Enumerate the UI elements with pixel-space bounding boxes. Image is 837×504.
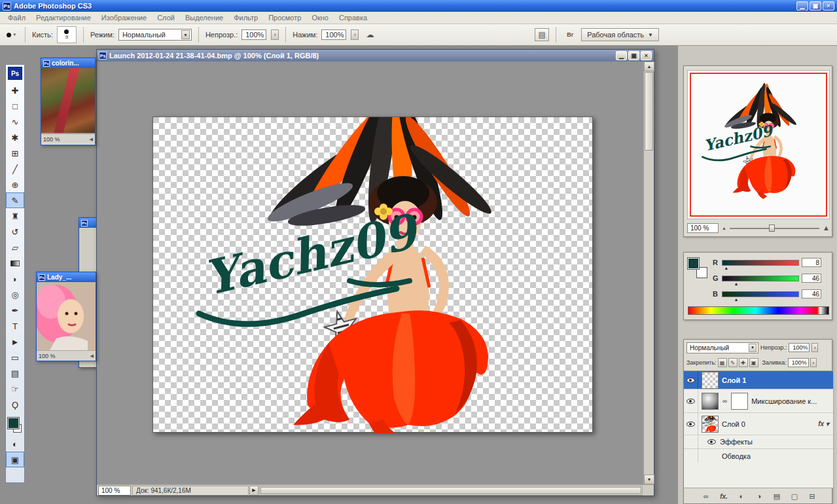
palette-well-icon[interactable]: ▤ (535, 28, 549, 41)
slider-marker-icon[interactable]: ▲ (734, 298, 738, 302)
doc-minimize-button[interactable]: ▁ (616, 51, 627, 60)
lock-all-icon[interactable]: ▣ (749, 358, 758, 367)
layer-opacity-input[interactable]: 100% (789, 343, 810, 352)
dodge-tool[interactable]: ◎ (6, 287, 24, 302)
link-layers-icon[interactable]: ∞ (701, 492, 711, 500)
fill-stepper[interactable]: › (810, 358, 817, 367)
red-channel-slider[interactable]: ▲ (722, 260, 799, 266)
gradient-tool[interactable] (6, 255, 24, 271)
colorin-image-thumbnail[interactable] (41, 68, 95, 134)
chevron-down-icon[interactable]: ▼ (749, 344, 757, 352)
pen-tool[interactable]: ✒ (6, 302, 24, 318)
menu-view[interactable]: Просмотр (263, 12, 306, 24)
layer-style-icon[interactable]: fx. (719, 493, 729, 500)
zoom-in-mountain-icon[interactable]: ▲ (823, 224, 830, 232)
opacity-stepper[interactable]: › (811, 343, 818, 352)
document-viewport[interactable] (97, 62, 643, 484)
menu-select[interactable]: Выделение (180, 12, 228, 24)
visibility-eye-icon[interactable] (686, 399, 695, 404)
status-options-icon[interactable]: ▶ (249, 486, 258, 495)
hand-tool[interactable]: ☞ (6, 381, 24, 397)
navigator-thumbnail[interactable] (687, 70, 830, 219)
path-selection-tool[interactable]: ► (6, 334, 24, 350)
zoom-level[interactable]: 100 % (39, 353, 56, 359)
move-tool[interactable]: ✚ (6, 82, 24, 98)
layer-mask-icon[interactable]: ◐ (736, 492, 747, 500)
airbrush-toggle[interactable]: ☁ (363, 28, 377, 41)
brush-preset-button[interactable]: 9 (57, 26, 77, 43)
zoom-level[interactable]: 100 % (43, 136, 60, 143)
doc-restore-button[interactable]: ▣ (628, 51, 639, 60)
scroll-left-icon[interactable]: ◀ (90, 137, 93, 142)
navigator-zoom-input[interactable]: 100 % (687, 223, 719, 233)
visibility-eye-icon[interactable] (686, 378, 695, 383)
shape-tool[interactable]: ▭ (6, 350, 24, 365)
menu-help[interactable]: Справка (334, 12, 372, 24)
doc-close-button[interactable]: × (641, 51, 652, 60)
effects-label[interactable]: Эффекты (720, 438, 753, 446)
visibility-cell[interactable] (684, 389, 698, 412)
history-brush-tool[interactable]: ↺ (6, 224, 24, 240)
layer-mask-thumbnail[interactable] (731, 393, 748, 410)
layer-row-sloy0[interactable]: Слой 0 fx ▾ (684, 413, 833, 435)
menu-filter[interactable]: Фильтр (228, 12, 263, 24)
lady-document-window[interactable]: Ps Lady_... 100 % ◀ (36, 272, 96, 361)
foreground-color-swatch[interactable] (688, 258, 699, 269)
zoom-tool[interactable]: Ϙ (6, 397, 24, 412)
layer-name[interactable]: Слой 1 (722, 376, 746, 384)
opacity-stepper[interactable]: › (271, 29, 279, 40)
crop-tool[interactable]: ⊞ (6, 145, 24, 161)
zoom-input[interactable]: 100 % (98, 486, 131, 495)
menu-window[interactable]: Окно (306, 12, 334, 24)
blend-mode-select[interactable]: Нормальный ▼ (118, 29, 192, 41)
slider-marker-icon[interactable]: ▲ (724, 266, 728, 270)
scroll-up-icon[interactable]: ▲ (644, 62, 654, 71)
spot-healing-brush-tool[interactable]: ⊕ (6, 177, 24, 192)
flow-input[interactable]: 100% (321, 29, 346, 40)
colorin-document-window[interactable]: Ps colorin... 100 % ◀ (41, 58, 96, 145)
layer-thumbnail[interactable] (702, 393, 719, 410)
layer-fx-badge[interactable]: fx ▾ (818, 420, 829, 427)
close-button[interactable]: × (823, 1, 834, 10)
lasso-tool[interactable]: ∿ (6, 114, 24, 130)
quick-selection-tool[interactable]: ✱ (6, 130, 24, 145)
opacity-input[interactable]: 100% (241, 29, 266, 40)
blue-channel-slider[interactable]: ▲ (722, 291, 799, 297)
red-channel-value[interactable]: 8 (802, 258, 821, 267)
quick-mask-button[interactable]: ◐ (6, 436, 24, 452)
green-channel-value[interactable]: 46 (802, 274, 821, 283)
screen-mode-button[interactable]: ▣ (6, 452, 24, 467)
layer-thumbnail[interactable] (702, 372, 719, 389)
restore-button[interactable]: ▣ (810, 1, 821, 10)
navigator-view-rect[interactable] (690, 73, 827, 217)
slider-marker-icon[interactable]: ▲ (734, 282, 738, 286)
layer-row-mix[interactable]: ∞ Миксширование к... (684, 389, 833, 413)
app-titlebar[interactable]: Ps Adobe Photoshop CS3 ▁ ▣ × (0, 0, 837, 12)
lock-transparency-icon[interactable]: ▦ (718, 358, 727, 367)
window-titlebar[interactable]: Ps colorin... (41, 58, 95, 68)
document-titlebar[interactable]: Ps Launch 2012-01-24 21-38-41-04.bmp @ 1… (97, 50, 654, 62)
menu-edit[interactable]: Редактирование (31, 12, 96, 24)
lady-image-thumbnail[interactable] (37, 282, 96, 350)
rectangular-marquee-tool[interactable]: □ (6, 98, 24, 114)
go-to-bridge-button[interactable]: Br (563, 28, 577, 41)
lock-position-icon[interactable]: ✚ (739, 358, 748, 367)
menu-layer[interactable]: Слой (152, 12, 180, 24)
flow-stepper[interactable]: › (351, 29, 359, 40)
notes-tool[interactable]: ▤ (6, 365, 24, 381)
resize-grip[interactable] (643, 486, 654, 495)
slice-tool[interactable]: ╱ (6, 161, 24, 177)
layer-name[interactable]: Миксширование к... (751, 397, 817, 405)
clone-stamp-tool[interactable]: ♜ (6, 208, 24, 224)
navigator-zoom-slider[interactable] (730, 224, 819, 232)
layer-name[interactable]: Слой 0 (722, 420, 745, 428)
scroll-left-icon[interactable]: ◀ (90, 353, 94, 359)
workspace-button[interactable]: Рабочая область ▼ (581, 28, 659, 41)
visibility-cell[interactable] (684, 371, 698, 389)
chevron-down-icon[interactable]: ▼ (181, 30, 190, 39)
blur-tool[interactable]: ◗ (6, 271, 24, 287)
visibility-eye-icon[interactable] (686, 422, 695, 427)
visibility-cell[interactable] (684, 413, 698, 435)
layer-fill-input[interactable]: 100% (788, 358, 809, 367)
brush-tool[interactable]: ✎ (6, 192, 24, 208)
